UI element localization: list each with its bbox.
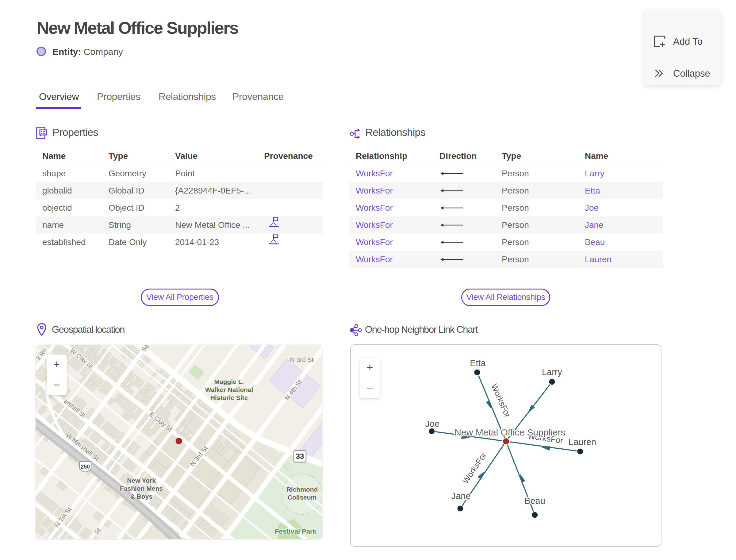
svg-text:Lauren: Lauren (569, 437, 596, 447)
svg-text:Walker National: Walker National (205, 386, 253, 393)
svg-text:Etta: Etta (470, 358, 486, 368)
svg-text:Maggie L.: Maggie L. (214, 378, 244, 385)
svg-text:& Boys: & Boys (130, 493, 152, 500)
svg-text:N 3rd St: N 3rd St (290, 356, 313, 363)
svg-text:Historic Site: Historic Site (210, 394, 248, 401)
svg-text:Beau: Beau (524, 496, 545, 506)
svg-text:WorksFor: WorksFor (489, 382, 512, 419)
svg-text:Coliseum: Coliseum (288, 494, 317, 501)
svg-text:New York: New York (127, 477, 156, 484)
svg-text:New Metal Office Suppliers: New Metal Office Suppliers (454, 427, 565, 437)
svg-text:Fashion Mens: Fashion Mens (120, 485, 163, 492)
svg-text:250: 250 (81, 464, 90, 470)
svg-text:Larry: Larry (542, 367, 562, 377)
svg-text:Joe: Joe (425, 419, 440, 429)
svg-text:Jane: Jane (451, 491, 471, 501)
svg-text:Richmond: Richmond (286, 486, 318, 493)
svg-text:33: 33 (296, 452, 304, 460)
svg-text:Festival Park: Festival Park (275, 527, 317, 535)
svg-text:WorksFor: WorksFor (461, 451, 489, 485)
